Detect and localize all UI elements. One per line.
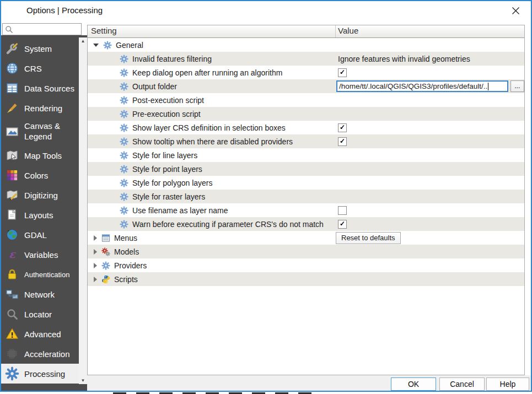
titlebar: Options | Processing [1,1,531,21]
setting-label: Invalid features filtering [132,55,212,63]
settings-row[interactable]: MenusReset to defaults [88,231,524,245]
sidebar-item-locator[interactable]: Locator [1,304,79,324]
colors-icon [5,168,19,182]
advanced-icon [5,327,19,341]
setting-label: Style for raster layers [132,192,205,201]
sidebar-item-variables[interactable]: εVariables [1,245,79,265]
settings-row[interactable]: Keep dialog open after running an algori… [88,66,524,79]
settings-row[interactable]: Warn before executing if parameter CRS's… [88,217,524,231]
help-button[interactable]: Help [486,377,529,391]
processing-gear-icon [120,110,128,118]
value-cell: ✓ [335,134,524,148]
ok-button[interactable]: OK [391,377,436,391]
setting-cell: Style for raster layers [88,190,335,203]
processing-gear-icon [103,41,112,50]
setting-label: Style for line layers [132,151,197,160]
settings-row[interactable]: Output folder/home/tt/.local/QGIS/QGIS3/… [88,79,524,93]
sidebar-item-crs[interactable]: CRS [1,58,79,78]
value-cell: Reset to defaults [335,231,524,245]
sidebar-item-rendering[interactable]: Rendering [1,98,79,118]
column-separator [335,25,336,37]
settings-row[interactable]: Post-execution script [88,93,524,107]
settings-row[interactable]: Show layer CRS definition in selection b… [88,121,524,134]
sidebar-item-authentication[interactable]: Authentication [1,265,79,284]
sidebar-item-label: Advanced [24,330,61,339]
collapse-expander-icon[interactable] [93,44,99,47]
sidebar-item-label: Colors [24,171,48,180]
settings-row[interactable]: Invalid features filteringIgnore feature… [88,52,524,66]
settings-row[interactable]: Style for line layers [88,148,524,162]
scroll-up-icon[interactable]: ▲ [81,37,85,45]
value-cell [335,148,524,162]
settings-row[interactable]: Scripts [88,272,524,286]
checkbox-checked[interactable]: ✓ [338,123,347,132]
settings-row[interactable]: Use filename as layer name [88,203,524,217]
checkbox-checked[interactable]: ✓ [338,137,347,146]
sidebar-item-acceleration[interactable]: Acceleration [1,344,79,364]
setting-cell: Menus [88,231,335,245]
close-icon[interactable] [506,3,525,18]
setting-cell: Style for polygon layers [88,176,335,190]
setting-label: Warn before executing if parameter CRS's… [132,220,324,229]
rendering-icon [5,101,19,115]
table-header: Setting Value [88,25,524,38]
checkbox-unchecked[interactable] [338,206,347,215]
sidebar-item-processing[interactable]: Processing [1,364,79,384]
setting-cell: Show tooltip when there are disabled pro… [88,134,335,148]
cancel-button[interactable]: Cancel [439,377,485,391]
value-cell: ✓ [335,217,524,231]
sidebar-item-label: Rendering [24,104,62,113]
authentication-icon [5,267,19,282]
sidebar-item-label: Canvas & Legend [24,121,73,142]
button-box: OK Cancel Help [87,375,531,391]
search-icon [5,25,13,34]
value-cell: /home/tt/.local/QGIS/QGIS3/profiles/defa… [335,79,524,93]
sidebar-item-label: Map Tools [24,151,62,160]
reset-defaults-button[interactable]: Reset to defaults [336,232,401,244]
sidebar-item-system[interactable]: System [1,39,79,58]
expand-expander-icon[interactable] [94,249,97,255]
sidebar-item-advanced[interactable]: Advanced [1,324,79,344]
setting-cell: Pre-execution script [88,107,335,121]
value-cell [335,258,524,272]
sidebar-item-gdal[interactable]: GDAL [1,225,79,245]
sidebar-item-layouts[interactable]: Layouts [1,205,79,225]
setting-cell: Keep dialog open after running an algori… [88,66,335,79]
settings-row[interactable]: Providers [88,258,524,272]
setting-cell: Style for point layers [88,162,335,176]
settings-row[interactable]: General [88,38,524,52]
sidebar-item-digitizing[interactable]: Digitizing [1,185,79,205]
checkbox-checked[interactable]: ✓ [338,220,347,229]
expand-expander-icon[interactable] [94,235,97,241]
settings-row[interactable]: Show tooltip when there are disabled pro… [88,134,524,148]
settings-row[interactable]: Style for point layers [88,162,524,176]
sidebar-scrollbar[interactable]: ▲ ▼ [79,37,87,384]
sidebar-item-data-sources[interactable]: Data Sources [1,78,79,98]
sidebar-item-label: Digitizing [24,191,58,200]
setting-label: Output folder [132,82,177,91]
output-folder-input[interactable]: /home/tt/.local/QGIS/QGIS3/profiles/defa… [336,80,508,92]
sidebar-item-colors[interactable]: Colors [1,165,79,185]
setting-label: Show tooltip when there are disabled pro… [132,137,293,146]
settings-row[interactable]: Style for raster layers [88,190,524,203]
settings-row[interactable]: Pre-execution script [88,107,524,121]
sidebar-item-label: Network [24,290,55,299]
expand-expander-icon[interactable] [94,263,97,268]
settings-row[interactable]: Models [88,245,524,258]
browse-button[interactable]: ... [510,80,525,92]
sidebar-item-map-tools[interactable]: Map Tools [1,145,79,165]
gdal-icon [5,228,19,242]
text-caret [488,83,488,90]
digitizing-icon [5,188,19,202]
search-input[interactable] [14,24,77,34]
settings-row[interactable]: Style for polygon layers [88,176,524,190]
sidebar-item-network[interactable]: Network [1,284,79,304]
options-dialog: Options | Processing SystemCRSData Sourc… [0,0,532,394]
checkbox-checked[interactable]: ✓ [338,68,347,77]
network-icon [5,287,19,301]
sidebar-item-label: CRS [24,64,42,73]
output-folder-path: /home/tt/.local/QGIS/QGIS3/profiles/defa… [339,82,487,90]
expand-expander-icon[interactable] [94,277,97,282]
scroll-down-icon[interactable]: ▼ [81,377,85,384]
sidebar-item-canvas-legend[interactable]: Canvas & Legend [1,118,79,145]
